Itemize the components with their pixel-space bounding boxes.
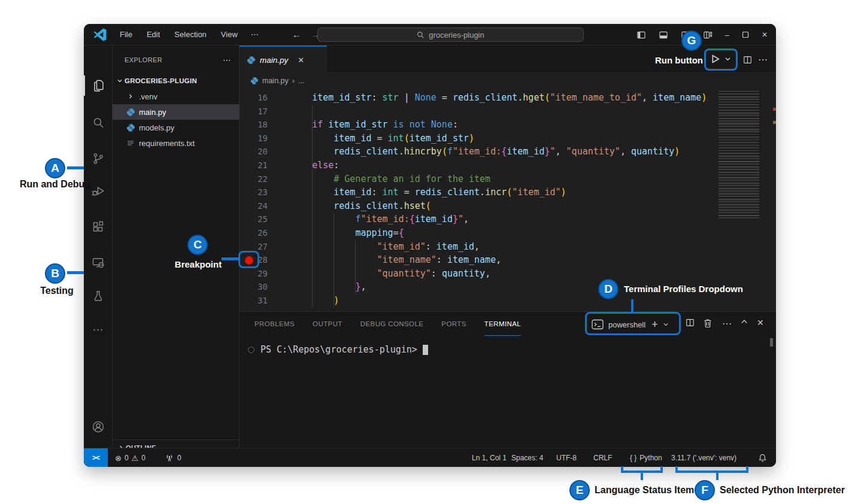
panel-tab-terminal[interactable]: TERMINAL (484, 312, 521, 336)
code-line-18[interactable]: 18 if item_id_str is not None: (240, 118, 719, 132)
minimap[interactable] (719, 91, 772, 219)
maximize-panel-icon[interactable] (740, 318, 748, 325)
activity-extensions[interactable] (84, 217, 113, 237)
panel-more-actions-icon[interactable]: ⋯ (722, 318, 732, 329)
code-line-24[interactable]: 24 redis_client.hset( (240, 199, 719, 213)
activity-remote-explorer[interactable] (84, 253, 113, 273)
explorer-root-folder[interactable]: GROCERIES-PLUGIN (113, 73, 240, 89)
code-line-16[interactable]: 16 item_id_str: str | None = redis_clien… (240, 91, 719, 105)
back-icon[interactable]: ← (292, 29, 301, 40)
code-line-25[interactable]: 25 f"item_id:{item_id}", (240, 212, 719, 226)
error-count: 0 (125, 454, 129, 462)
kill-terminal-trash-icon[interactable] (703, 318, 713, 328)
panel-tab-problems[interactable]: PROBLEMS (254, 312, 295, 336)
code-line-20[interactable]: 20 redis_client.hincrby(f"item_id:{item_… (240, 145, 719, 159)
breadcrumb[interactable]: main.py › ... (240, 73, 776, 89)
activity-source-control[interactable] (84, 148, 113, 169)
code-line-28[interactable]: 28 "item_name": item_name, (240, 253, 719, 267)
python-file-icon (247, 56, 256, 65)
eol-status[interactable]: CRLF (593, 448, 612, 467)
split-editor-icon[interactable] (742, 55, 753, 65)
explorer-title: EXPLORER (125, 56, 162, 63)
terminal-scrollbar[interactable] (770, 338, 773, 347)
close-panel-icon[interactable]: ✕ (757, 318, 764, 327)
notifications-bell[interactable] (758, 448, 767, 467)
toggle-primary-sidebar-icon[interactable] (636, 31, 646, 40)
customize-layout-icon[interactable] (703, 31, 713, 40)
line-number-gutter[interactable]: 18 (240, 118, 290, 132)
line-number-gutter[interactable]: 22 (240, 172, 290, 186)
problems-status[interactable]: ⊗ 0 ⚠ 0 (115, 448, 145, 467)
command-center-search[interactable]: groceries-plugin (317, 28, 584, 42)
explorer-more-icon[interactable]: ⋯ (223, 55, 231, 65)
code-line-17[interactable]: 17 (240, 105, 719, 119)
remote-indicator[interactable]: >< (84, 448, 108, 467)
split-terminal-icon[interactable] (685, 318, 695, 327)
line-number-gutter[interactable]: 26 (240, 226, 290, 240)
code-text: "item_id": item_id, (290, 240, 480, 254)
minimize-icon[interactable]: – (725, 31, 729, 40)
annotation-bracket (675, 470, 748, 473)
code-line-22[interactable]: 22 # Generate an id for the item (240, 172, 719, 186)
annotation-box-terminal-dropdown (585, 312, 681, 335)
panel-tab-debug-console[interactable]: DEBUG CONSOLE (360, 312, 424, 336)
line-number-gutter[interactable]: 20 (240, 145, 290, 159)
file-row-main-py[interactable]: main.py (113, 104, 240, 120)
line-number-gutter[interactable]: 24 (240, 199, 290, 213)
python-interpreter-status[interactable]: 3.11.7 ('.venv': venv) (671, 448, 736, 467)
editor-more-actions-icon[interactable]: ⋯ (758, 54, 768, 65)
text-file-icon (126, 139, 135, 147)
line-number-gutter[interactable]: 25 (240, 212, 290, 226)
line-number-gutter[interactable]: 19 (240, 132, 290, 145)
code-editor[interactable]: 16 item_id_str: str | None = redis_clien… (240, 91, 719, 309)
file-label: requirements.txt (139, 139, 195, 148)
indentation-status[interactable]: Spaces: 4 (511, 448, 543, 467)
file-row-models-py[interactable]: models.py (113, 120, 240, 135)
code-line-29[interactable]: 29 "quantity": quantity, (240, 267, 719, 281)
code-text: "quantity": quantity, (290, 267, 490, 281)
line-number-gutter[interactable]: 21 (240, 159, 290, 172)
activity-search[interactable] (84, 113, 113, 133)
line-number-gutter[interactable]: 30 (240, 280, 290, 294)
activity-more[interactable]: ⋯ (84, 320, 113, 340)
annotation-label-run-button: Run button (645, 55, 703, 65)
file-row-requirements[interactable]: requirements.txt (113, 135, 240, 151)
code-line-31[interactable]: 31 ) (240, 294, 719, 308)
activity-explorer[interactable] (84, 75, 113, 96)
terminal[interactable]: PS C:\Repos\groceries-plugin> (240, 336, 776, 448)
code-lines: 16 item_id_str: str | None = redis_clien… (240, 91, 719, 308)
menu-more-icon[interactable]: ⋯ (251, 30, 259, 39)
panel-tab-ports[interactable]: PORTS (441, 312, 466, 336)
maximize-icon[interactable] (742, 31, 749, 38)
toggle-panel-icon[interactable] (659, 31, 668, 40)
code-text: item_id = int(item_id_str) (290, 132, 474, 145)
activity-account[interactable] (84, 417, 113, 437)
search-icon (417, 31, 425, 39)
code-line-19[interactable]: 19 item_id = int(item_id_str) (240, 132, 719, 145)
file-row-venv[interactable]: .venv (113, 89, 240, 104)
annotation-bracket (621, 466, 623, 473)
cursor-position-status[interactable]: Ln 1, Col 1 (472, 448, 507, 467)
forwarded-ports-status[interactable]: 0 (165, 448, 181, 467)
code-line-23[interactable]: 23 item_id: int = redis_client.incr("ite… (240, 186, 719, 199)
menu-edit[interactable]: Edit (147, 30, 160, 39)
panel-tab-output[interactable]: OUTPUT (313, 312, 342, 336)
close-window-icon[interactable]: ✕ (762, 31, 768, 39)
line-number-gutter[interactable]: 16 (240, 91, 290, 105)
language-status-item[interactable]: { } Python (630, 448, 662, 467)
line-number-gutter[interactable]: 23 (240, 186, 290, 199)
code-line-26[interactable]: 26 mapping={ (240, 226, 719, 240)
encoding-status[interactable]: UTF-8 (556, 448, 577, 467)
code-line-21[interactable]: 21 else: (240, 159, 719, 172)
menu-view[interactable]: View (221, 30, 238, 39)
code-text: ) (290, 294, 339, 308)
tab-main-py[interactable]: main.py ✕ (240, 45, 327, 73)
code-line-27[interactable]: 27 "item_id": item_id, (240, 240, 719, 254)
line-number-gutter[interactable]: 29 (240, 267, 290, 281)
warning-icon: ⚠ (132, 454, 139, 463)
menu-file[interactable]: File (120, 30, 132, 39)
menu-selection[interactable]: Selection (174, 30, 206, 39)
close-tab-icon[interactable]: ✕ (298, 56, 304, 65)
line-number-gutter[interactable]: 17 (240, 105, 290, 119)
line-number-gutter[interactable]: 31 (240, 294, 290, 308)
